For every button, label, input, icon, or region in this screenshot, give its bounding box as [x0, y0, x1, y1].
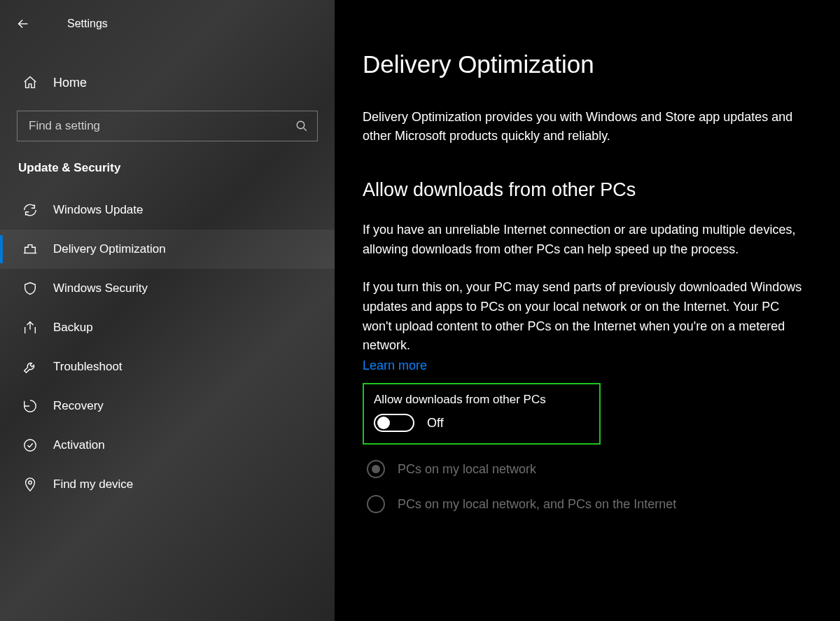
- sidebar-item-windows-update[interactable]: Windows Update: [0, 190, 335, 230]
- sidebar-item-troubleshoot[interactable]: Troubleshoot: [0, 347, 335, 386]
- intro-text: Delivery Optimization provides you with …: [363, 108, 811, 146]
- home-icon: [22, 75, 38, 90]
- sidebar-item-label: Delivery Optimization: [53, 242, 166, 256]
- sidebar-item-recovery[interactable]: Recovery: [0, 386, 335, 426]
- sidebar-item-windows-security[interactable]: Windows Security: [0, 269, 335, 308]
- sidebar-item-label: Activation: [53, 438, 105, 452]
- section-paragraph-2: If you turn this on, your PC may send pa…: [363, 278, 811, 356]
- sidebar-item-activation[interactable]: Activation: [0, 426, 335, 465]
- sidebar-item-label: Backup: [53, 321, 93, 335]
- recovery-icon: [22, 398, 38, 414]
- sidebar-item-label: Windows Update: [53, 203, 144, 217]
- radio-icon: [367, 460, 385, 478]
- learn-more-link[interactable]: Learn more: [363, 358, 427, 372]
- sidebar-item-label: Windows Security: [53, 281, 148, 295]
- content-pane: Delivery Optimization Delivery Optimizat…: [335, 0, 840, 621]
- search-icon: [295, 120, 308, 132]
- search-input[interactable]: [17, 111, 318, 141]
- sidebar-item-label: Find my device: [53, 477, 133, 491]
- radio-option-local[interactable]: PCs on my local network: [367, 460, 819, 478]
- radio-option-internet[interactable]: PCs on my local network, and PCs on the …: [367, 495, 819, 513]
- section-paragraph-1: If you have an unreliable Internet conne…: [363, 221, 811, 260]
- radio-label: PCs on my local network, and PCs on the …: [398, 497, 676, 512]
- check-circle-icon: [22, 438, 38, 453]
- backup-icon: [22, 320, 38, 335]
- wrench-icon: [22, 359, 38, 375]
- allow-downloads-toggle[interactable]: [374, 414, 414, 432]
- svg-point-1: [24, 440, 36, 452]
- svg-point-0: [297, 121, 304, 129]
- sidebar-item-delivery-optimization[interactable]: Delivery Optimization: [0, 230, 335, 269]
- shield-icon: [22, 281, 38, 296]
- sidebar-group-label: Update & Security: [18, 161, 335, 175]
- svg-point-2: [29, 481, 32, 484]
- toggle-state: Off: [427, 416, 444, 431]
- back-button[interactable]: [15, 13, 43, 35]
- sidebar: Settings Home Update & Security Windows …: [0, 0, 335, 621]
- sidebar-item-label: Recovery: [53, 399, 104, 413]
- sidebar-item-find-my-device[interactable]: Find my device: [0, 465, 335, 504]
- sidebar-home-label: Home: [53, 76, 87, 90]
- sidebar-nav: Windows Update Delivery Optimization Win…: [0, 190, 335, 504]
- delivery-icon: [22, 242, 38, 257]
- section-heading: Allow downloads from other PCs: [363, 179, 819, 201]
- radio-label: PCs on my local network: [398, 462, 536, 477]
- sidebar-home[interactable]: Home: [0, 69, 335, 97]
- toggle-label: Allow downloads from other PCs: [374, 393, 589, 407]
- location-icon: [22, 477, 38, 492]
- arrow-left-icon: [15, 16, 31, 32]
- sync-icon: [22, 202, 38, 218]
- radio-icon: [367, 495, 385, 513]
- page-title: Delivery Optimization: [363, 50, 819, 78]
- window-title: Settings: [67, 18, 108, 30]
- sidebar-item-backup[interactable]: Backup: [0, 308, 335, 347]
- sidebar-item-label: Troubleshoot: [53, 360, 122, 374]
- toggle-highlight-box: Allow downloads from other PCs Off: [363, 383, 601, 445]
